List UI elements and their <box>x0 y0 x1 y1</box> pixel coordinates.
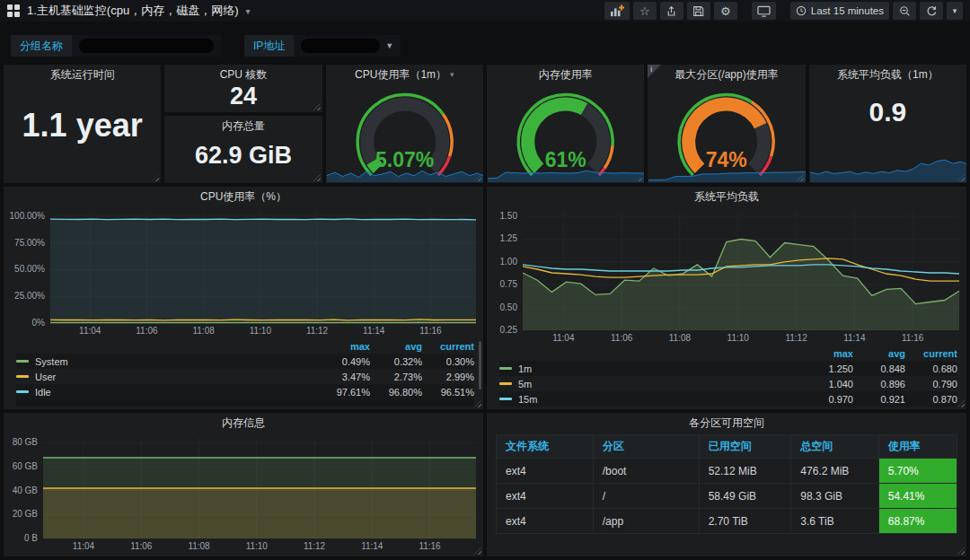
panel-app-partition-gauge: i 最大分区(/app)使用率 74% <box>648 65 805 183</box>
panel-title[interactable]: 内存使用率 <box>487 65 644 84</box>
panel-title[interactable]: CPU使用率（%） <box>4 187 483 206</box>
panel-cpu-usage-gauge: CPU使用率（1m）▾ 5.07% <box>326 65 483 183</box>
svg-text:11:14: 11:14 <box>361 541 384 551</box>
cpu-legend: max avg current System 0.49% 0.32% 0.30%… <box>4 337 483 409</box>
time-range-button[interactable]: Last 15 minutes <box>790 2 889 20</box>
settings-button[interactable]: ⚙ <box>714 2 737 20</box>
legend-max: 0.49% <box>318 356 370 367</box>
legend-col-current[interactable]: current <box>422 341 474 352</box>
series-swatch <box>16 375 29 378</box>
svg-text:100.00%: 100.00% <box>10 211 46 221</box>
col-used[interactable]: 已用空间 <box>699 435 791 459</box>
refresh-button[interactable] <box>920 2 943 20</box>
legend-avg: 0.848 <box>853 363 905 374</box>
refresh-interval-button[interactable]: ▾ <box>947 2 963 20</box>
svg-text:11:16: 11:16 <box>419 326 442 336</box>
col-partition[interactable]: 分区 <box>593 435 699 459</box>
share-button[interactable] <box>660 2 683 20</box>
panel-title[interactable]: 最大分区(/app)使用率 <box>648 65 805 84</box>
col-usage[interactable]: 使用率 <box>878 435 957 459</box>
variable-group-name[interactable]: 分组名称 <box>11 35 221 57</box>
panel-resize-handle[interactable] <box>313 174 321 181</box>
svg-text:0.50: 0.50 <box>500 302 518 312</box>
panel-title[interactable]: 系统运行时间 <box>4 65 161 84</box>
legend-col-max[interactable]: max <box>801 348 853 359</box>
cell-usage: 5.70% <box>878 459 957 484</box>
refresh-icon <box>926 5 938 17</box>
cell-filesystem: ext4 <box>496 509 593 534</box>
load-legend: max avg current 1m 1.250 0.848 0.680 5m … <box>487 345 966 407</box>
stat-stack: CPU 核数 24 内存总量 62.9 GiB <box>164 65 322 183</box>
table-row: ext4 / 58.49 GiB 98.3 GiB 54.41% <box>496 484 957 509</box>
series-label[interactable]: 5m <box>518 379 801 389</box>
series-label[interactable]: Idle <box>35 387 318 398</box>
tv-cycle-button[interactable] <box>752 2 776 20</box>
legend-col-avg[interactable]: avg <box>370 341 422 352</box>
variable-value-redacted[interactable]: ▼ <box>294 35 401 57</box>
legend-row: Idle 97.61% 96.80% 96.51% <box>16 384 474 399</box>
legend-avg: 96.80% <box>370 387 422 398</box>
dashboards-icon[interactable] <box>7 4 20 17</box>
series-label[interactable]: User <box>35 372 318 382</box>
cell-total: 3.6 TiB <box>791 509 878 534</box>
series-label[interactable]: 15m <box>518 394 801 405</box>
panel-title[interactable]: 内存总量 <box>164 116 322 136</box>
series-swatch <box>499 398 512 400</box>
star-button[interactable]: ☆ <box>633 2 657 20</box>
navbar: 1.主机基础监控(cpu，内存，磁盘，网络) ▾ ☆ ⚙ <box>0 0 970 22</box>
legend-current: 0.30% <box>422 356 474 367</box>
col-total[interactable]: 总空间 <box>791 435 878 459</box>
save-button[interactable] <box>687 2 710 20</box>
svg-text:0.75: 0.75 <box>500 279 518 289</box>
panel-title[interactable]: 各分区可用空间 <box>487 413 966 433</box>
cpu-cores-value: 24 <box>164 84 322 108</box>
panel-title[interactable]: 内存信息 <box>4 413 483 433</box>
cell-total: 98.3 GiB <box>791 484 878 509</box>
legend-current: 0.680 <box>905 363 957 374</box>
svg-text:60 GB: 60 GB <box>13 461 39 471</box>
legend-col-max[interactable]: max <box>318 341 370 352</box>
dashboard-title-caret-icon[interactable]: ▾ <box>245 6 250 16</box>
svg-text:40 GB: 40 GB <box>13 486 39 495</box>
series-label[interactable]: System <box>35 356 318 367</box>
panel-mem-usage-gauge: 内存使用率 61% <box>487 65 644 183</box>
add-panel-button[interactable] <box>604 2 630 20</box>
legend-col-avg[interactable]: avg <box>853 348 905 359</box>
series-swatch <box>16 390 29 393</box>
panel-info-icon[interactable]: i <box>648 65 661 78</box>
cell-filesystem: ext4 <box>496 484 593 509</box>
panel-resize-handle[interactable] <box>152 174 159 181</box>
series-swatch <box>16 360 29 363</box>
legend-avg: 0.896 <box>853 379 905 389</box>
app-partition-sparkline <box>648 164 805 182</box>
panel-menu-caret-icon[interactable]: ▾ <box>450 70 454 79</box>
panel-title[interactable]: 系统平均负载 <box>487 187 966 206</box>
legend-col-current[interactable]: current <box>905 348 957 359</box>
legend-scrollbar[interactable] <box>479 341 481 389</box>
zoom-out-button[interactable] <box>893 2 916 20</box>
series-label[interactable]: 1m <box>518 363 801 374</box>
legend-row: System 0.49% 0.32% 0.30% <box>16 354 474 369</box>
legend-max: 1.250 <box>801 363 853 374</box>
panel-disk-space-table: 各分区可用空间 文件系统 分区 已用空间 总空间 使用率 ext4 /boot … <box>487 413 966 556</box>
svg-text:11:12: 11:12 <box>785 333 807 343</box>
chevron-down-icon: ▼ <box>385 41 393 50</box>
redaction-blob <box>301 39 380 53</box>
dashboard-title[interactable]: 1.主机基础监控(cpu，内存，磁盘，网络) <box>27 3 238 19</box>
panel-resize-handle[interactable] <box>957 547 965 555</box>
svg-text:1.25: 1.25 <box>500 233 518 243</box>
series-swatch <box>499 367 512 370</box>
load-avg-chart: 11:0411:0611:0811:1011:1211:1411:160.250… <box>487 206 966 345</box>
cell-total: 476.2 MiB <box>791 459 878 484</box>
svg-text:11:14: 11:14 <box>363 326 385 336</box>
cpu-usage-sparkline <box>327 164 483 182</box>
col-filesystem[interactable]: 文件系统 <box>496 435 593 459</box>
panel-mem-total: 内存总量 62.9 GiB <box>164 116 322 183</box>
svg-text:11:04: 11:04 <box>79 326 101 336</box>
variable-ip-address[interactable]: IP地址 ▼ <box>244 35 401 57</box>
cell-used: 58.49 GiB <box>699 484 791 509</box>
svg-text:0%: 0% <box>32 318 46 328</box>
svg-text:1.50: 1.50 <box>500 211 518 221</box>
panel-title[interactable]: 系统平均负载（1m） <box>809 65 966 84</box>
variable-value-redacted[interactable] <box>72 35 221 57</box>
